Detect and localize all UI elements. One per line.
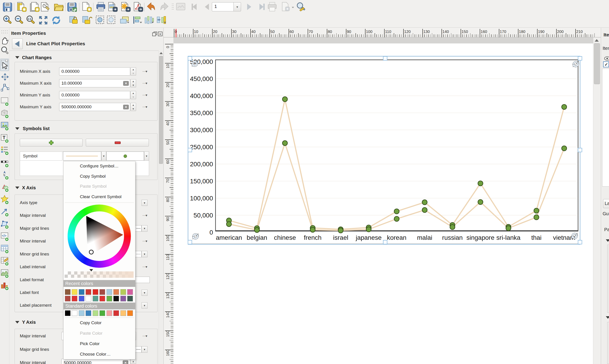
- svg-text:150,000: 150,000: [190, 178, 213, 185]
- svg-text:N: N: [3, 174, 5, 176]
- svg-text:korean: korean: [387, 234, 407, 241]
- svg-text:</>: </>: [2, 234, 6, 237]
- svg-text:350,000: 350,000: [190, 109, 213, 117]
- svg-text:belgian: belgian: [247, 234, 267, 241]
- svg-text:american: american: [216, 234, 242, 241]
- svg-text:250,000: 250,000: [190, 143, 213, 151]
- svg-text:450,000: 450,000: [190, 75, 213, 82]
- svg-text:singapore: singapore: [466, 234, 494, 241]
- svg-text:japanese: japanese: [356, 234, 382, 241]
- svg-text:100,000: 100,000: [190, 195, 213, 202]
- svg-text:russian: russian: [442, 234, 463, 241]
- svg-text:0: 0: [209, 229, 213, 236]
- svg-text:400,000: 400,000: [190, 92, 213, 99]
- svg-text:thai: thai: [531, 234, 542, 241]
- svg-text:chinese: chinese: [274, 234, 296, 241]
- svg-text:T: T: [2, 135, 6, 140]
- svg-text:malai: malai: [417, 234, 432, 241]
- svg-text:french: french: [304, 234, 322, 241]
- svg-text:sri-lanka: sri-lanka: [496, 234, 520, 241]
- svg-text:300,000: 300,000: [190, 127, 213, 133]
- svg-text:200,000: 200,000: [190, 161, 213, 168]
- svg-text:50,000: 50,000: [193, 212, 213, 219]
- svg-text:israel: israel: [333, 234, 348, 241]
